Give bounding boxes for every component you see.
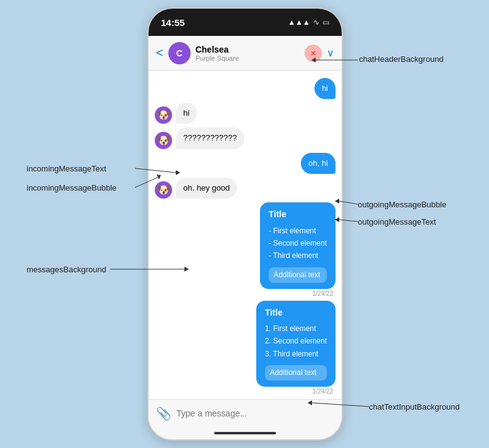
message-timestamp: 1/24/22 — [313, 388, 335, 395]
incoming-message-bubble: hi — [176, 103, 197, 124]
chevron-down-icon[interactable]: ∨ — [327, 47, 334, 59]
incoming-message-bubble: ???????????? — [176, 127, 244, 149]
outgoing-message-bubble: hi — [314, 78, 335, 99]
user-subtitle: Purple Square — [196, 54, 305, 62]
annotation-messagesBackground: messagesBackground — [27, 265, 106, 274]
annotation-chatHeaderBackground: chatHeaderBackground — [359, 54, 444, 64]
message-row: Title 1. First element 2. Second element… — [155, 301, 335, 395]
status-icons: ▲▲▲ ∿ ▭ — [288, 18, 329, 27]
message-row: 🐶 ???????????? — [155, 127, 335, 149]
incoming-avatar: 🐶 — [155, 132, 172, 149]
card-title: Title — [265, 307, 327, 319]
card-additional-text: Additional text — [265, 365, 327, 381]
avatar: C — [168, 42, 191, 64]
outgoing-message-bubble: Title 1. First element 2. Second element… — [256, 301, 335, 387]
incoming-message-text: ???????????? — [183, 133, 237, 142]
back-button[interactable]: < — [156, 46, 163, 60]
avatar-emoji: 🐶 — [157, 108, 170, 122]
close-icon: × — [311, 48, 316, 58]
message-timestamp: 1/24/22 — [313, 290, 335, 297]
annotation-chatTextInputBackground: chatTextInputBackground — [369, 402, 460, 411]
incoming-message-bubble: oh. hey good — [176, 178, 237, 199]
message-row: hi — [155, 78, 335, 99]
outgoing-message-text: hi — [322, 84, 328, 93]
status-time: 14:55 — [161, 17, 184, 28]
chat-text-input-background: 📎 — [149, 399, 342, 427]
battery-icon: ▭ — [322, 18, 329, 27]
card-additional-text: Additional text — [269, 267, 327, 283]
incoming-avatar: 🐶 — [155, 106, 172, 124]
signal-icon: ▲▲▲ — [288, 18, 310, 27]
annotation-incomingMessageText: incomingMessageText — [27, 164, 106, 173]
outgoing-message-text: 1. First element 2. Second element 3. Th… — [265, 322, 327, 360]
avatar-emoji: 🐶 — [157, 183, 170, 197]
message-row: oh, hi — [155, 153, 335, 174]
user-name: Chelsea — [196, 45, 305, 54]
annotation-incomingMessageBubble: incomingMessageBubble — [27, 183, 116, 192]
message-input[interactable] — [176, 408, 334, 418]
avatar-emoji: 🐶 — [157, 134, 170, 147]
message-row: Title - First element - Second element -… — [155, 202, 335, 297]
header-actions: × ∨ — [305, 45, 334, 62]
home-bar — [214, 432, 276, 434]
messages-background: hi 🐶 hi 🐶 ???????????? oh, hi — [149, 71, 342, 399]
phone-frame: 14:55 ▲▲▲ ∿ ▭ < C Chelsea Purple Square … — [147, 7, 343, 441]
attach-icon[interactable]: 📎 — [156, 406, 171, 421]
close-button[interactable]: × — [305, 45, 322, 62]
message-row: 🐶 oh. hey good — [155, 178, 335, 199]
home-indicator — [149, 427, 342, 439]
annotation-outgoingMessageText: outgoingMessageText — [358, 217, 436, 226]
avatar-letter: C — [176, 48, 183, 58]
annotation-outgoingMessageBubble: outgoingMessageBubble — [358, 200, 446, 209]
message-row: 🐶 hi — [155, 103, 335, 124]
status-bar: 14:55 ▲▲▲ ∿ ▭ — [149, 9, 342, 36]
wifi-icon: ∿ — [313, 18, 319, 27]
outgoing-message-text: oh, hi — [308, 158, 328, 168]
incoming-avatar: 🐶 — [155, 181, 172, 199]
incoming-message-text: oh. hey good — [183, 183, 230, 192]
outgoing-message-text: - First element - Second element - Third… — [269, 225, 327, 262]
outgoing-message-bubble: Title - First element - Second element -… — [260, 202, 335, 289]
header-info: Chelsea Purple Square — [196, 45, 305, 62]
incoming-message-text: hi — [183, 108, 189, 118]
outgoing-message-bubble: oh, hi — [301, 153, 335, 174]
chat-header: < C Chelsea Purple Square × ∨ — [149, 36, 342, 71]
card-title: Title — [269, 209, 327, 221]
